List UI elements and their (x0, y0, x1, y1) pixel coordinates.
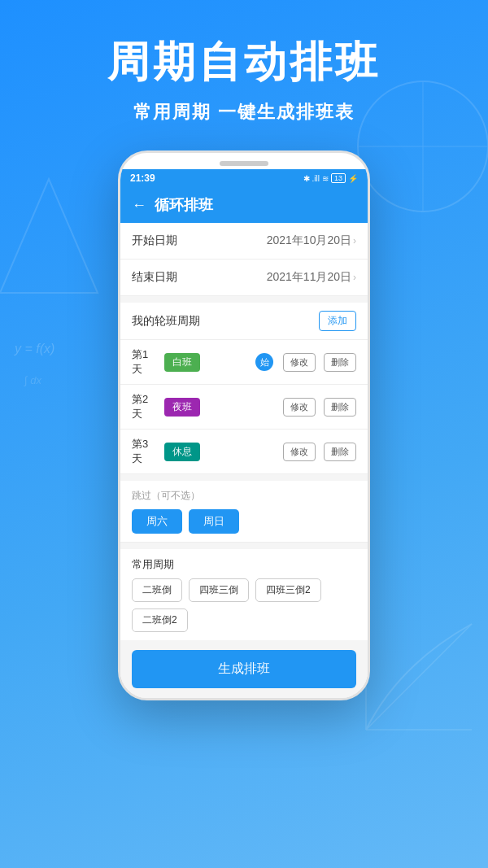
status-bar: 21:39 ✱ .ill ≋ 13 ⚡ (120, 169, 368, 187)
battery-icon: 13 (331, 173, 346, 183)
my-shift-section-header: 我的轮班周期 添加 (120, 303, 368, 340)
shift-badge-1: 白班 (164, 353, 200, 372)
common-cycle-buttons: 二班倒四班三倒四班三倒2二班倒2 (132, 578, 356, 632)
app-title: 循环排班 (155, 195, 213, 215)
add-shift-button[interactable]: 添加 (319, 311, 356, 331)
wifi-icon: ≋ (322, 174, 329, 183)
phone-notch (220, 161, 268, 166)
end-date-label: 结束日期 (132, 270, 177, 285)
delete-button-1[interactable]: 删除 (324, 353, 356, 372)
shift-row-1: 第1天白班始修改删除 (120, 340, 368, 385)
shift-row-3: 第3天休息修改删除 (120, 430, 368, 474)
status-time: 21:39 (130, 172, 155, 184)
bluetooth-icon: ✱ (303, 174, 310, 183)
skip-section: 跳过（可不选） 周六 周日 (120, 481, 368, 543)
my-shift-label: 我的轮班周期 (132, 314, 200, 329)
skip-saturday-button[interactable]: 周六 (132, 509, 182, 534)
skip-title: 跳过（可不选） (132, 489, 356, 503)
shift-day-2: 第2天 (132, 392, 158, 421)
charging-icon: ⚡ (348, 174, 358, 183)
common-cycle-button-3[interactable]: 四班三倒2 (255, 578, 321, 602)
content-area: 开始日期 2021年10月20日 › 结束日期 2021年11月20日 › 我的… (120, 223, 368, 698)
main-title: 周期自动排班 (0, 39, 488, 85)
header-section: 周期自动排班 常用周期 一键生成排班表 (0, 0, 488, 124)
edit-button-3[interactable]: 修改 (283, 443, 316, 461)
shift-day-3: 第3天 (132, 437, 158, 466)
start-date-label: 开始日期 (132, 233, 177, 248)
shift-badge-3: 休息 (164, 443, 200, 461)
edit-button-1[interactable]: 修改 (283, 353, 316, 372)
common-cycles-title: 常用周期 (132, 557, 356, 572)
common-cycle-button-4[interactable]: 二班倒2 (132, 608, 188, 632)
status-icons: ✱ .ill ≋ 13 ⚡ (303, 173, 358, 183)
shift-rows: 第1天白班始修改删除第2天夜班修改删除第3天休息修改删除 (120, 340, 368, 474)
chevron-icon: › (353, 235, 356, 246)
start-date-value: 2021年10月20日 › (267, 233, 356, 248)
phone-mockup: 21:39 ✱ .ill ≋ 13 ⚡ ← 循环排班 开始日期 2021年10月… (118, 150, 370, 700)
signal-icon: .ill (312, 174, 320, 183)
sub-title: 常用周期 一键生成排班表 (0, 100, 488, 124)
common-cycles-section: 常用周期 二班倒四班三倒四班三倒2二班倒2 (120, 549, 368, 640)
start-badge-1: 始 (255, 353, 273, 371)
start-date-row[interactable]: 开始日期 2021年10月20日 › (120, 223, 368, 260)
back-button[interactable]: ← (132, 197, 146, 214)
phone-wrapper: 21:39 ✱ .ill ≋ 13 ⚡ ← 循环排班 开始日期 2021年10月… (0, 150, 488, 700)
delete-button-2[interactable]: 删除 (324, 398, 356, 417)
delete-button-3[interactable]: 删除 (324, 443, 356, 461)
edit-button-2[interactable]: 修改 (283, 398, 316, 417)
generate-button[interactable]: 生成排班 (132, 650, 356, 688)
app-header: ← 循环排班 (120, 187, 368, 223)
shift-day-1: 第1天 (132, 347, 158, 377)
skip-buttons: 周六 周日 (132, 509, 356, 534)
end-date-value: 2021年11月20日 › (267, 270, 356, 285)
shift-row-2: 第2天夜班修改删除 (120, 385, 368, 430)
end-date-row[interactable]: 结束日期 2021年11月20日 › (120, 260, 368, 296)
common-cycle-button-2[interactable]: 四班三倒 (189, 578, 249, 602)
skip-sunday-button[interactable]: 周日 (189, 509, 239, 534)
chevron-icon-2: › (353, 272, 356, 283)
common-cycle-button-1[interactable]: 二班倒 (132, 578, 182, 602)
generate-section: 生成排班 (120, 640, 368, 698)
shift-badge-2: 夜班 (164, 398, 200, 417)
